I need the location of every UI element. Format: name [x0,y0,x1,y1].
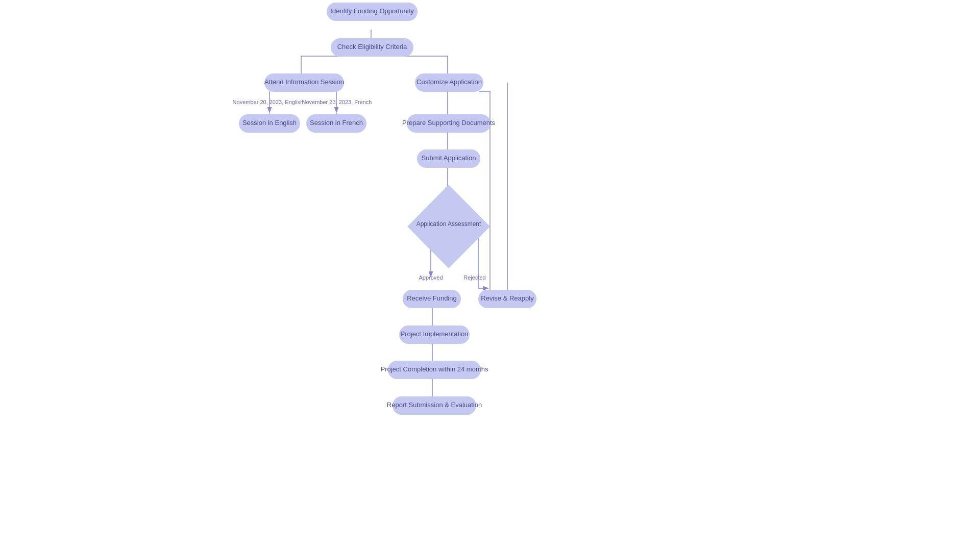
customize-label: Customize Application [416,78,482,86]
date-english-label: November 20, 2023, English [233,99,304,105]
assessment-label: Application Assessment [416,220,481,228]
session-english-label: Session in English [242,119,297,127]
project-completion-label: Project Completion within 24 months [381,365,488,373]
approved-label: Approved [419,274,443,281]
date-french-label: November 23, 2023, French [302,99,372,105]
identify-label: Identify Funding Opportunity [330,7,414,15]
revise-reapply-label: Revise & Reapply [481,294,534,302]
attend-info-label: Attend Information Session [264,78,344,86]
report-label: Report Submission & Evaluation [387,401,482,409]
project-impl-label: Project Implementation [401,330,469,338]
check-eligibility-label: Check Eligibility Criteria [337,43,407,51]
submit-label: Submit Application [422,154,476,162]
rejected-label: Rejected [463,274,485,281]
flowchart-container: Identify Funding Opportunity Check Eligi… [0,0,980,551]
receive-funding-label: Receive Funding [407,294,457,302]
session-french-label: Session in French [310,119,363,127]
prepare-docs-label: Prepare Supporting Documents [402,119,496,127]
